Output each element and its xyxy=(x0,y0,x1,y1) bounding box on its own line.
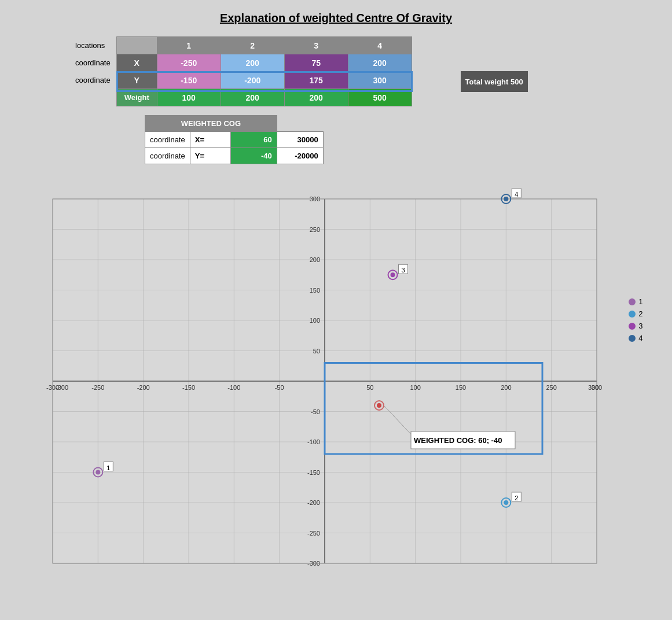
svg-text:WEIGHTED COG:  60; -40: WEIGHTED COG: 60; -40 xyxy=(414,436,502,445)
cog-x-axis: X= xyxy=(190,132,230,148)
w-val-2: 200 xyxy=(221,89,284,106)
legend-dot-3 xyxy=(629,323,636,330)
legend-label-1: 1 xyxy=(638,297,642,306)
legend-label-2: 2 xyxy=(638,309,642,318)
header-row: 1 2 3 4 xyxy=(116,37,412,54)
row-label-weight xyxy=(75,88,114,106)
cog-y-value: -40 xyxy=(230,148,277,164)
svg-point-56 xyxy=(96,470,100,475)
cog-coord-y-label: coordinate xyxy=(145,148,190,164)
chart-svg: -300-250-200-150-100-5050100150200250300… xyxy=(18,182,631,586)
svg-text:1: 1 xyxy=(107,464,110,471)
svg-text:200: 200 xyxy=(309,256,320,263)
svg-text:100: 100 xyxy=(309,317,320,324)
chart-section: -300-250-200-150-100-5050100150200250300… xyxy=(0,176,672,592)
cog-x-value: 60 xyxy=(230,132,277,148)
cog-header-row: WEIGHTED COG xyxy=(145,116,324,132)
svg-text:-200: -200 xyxy=(137,384,149,391)
y-val-4: 300 xyxy=(348,72,412,89)
cog-header: WEIGHTED COG xyxy=(145,116,277,132)
svg-text:3: 3 xyxy=(401,267,405,274)
weight-row: Weight 100 200 200 500 xyxy=(116,89,412,106)
header-col4: 4 xyxy=(348,37,412,54)
cog-x-product: 30000 xyxy=(277,132,323,148)
svg-text:-150: -150 xyxy=(307,469,320,476)
legend-item-4: 4 xyxy=(629,334,642,342)
svg-text:-100: -100 xyxy=(227,384,240,391)
cog-table: WEIGHTED COG coordinate X= 60 30000 coor… xyxy=(145,115,324,164)
svg-text:-50: -50 xyxy=(311,408,320,415)
chart-container: -300-250-200-150-100-5050100150200250300… xyxy=(18,182,655,586)
y-val-3: 175 xyxy=(284,72,348,89)
x-val-1: -250 xyxy=(157,54,221,72)
svg-text:100: 100 xyxy=(410,384,420,391)
svg-text:-50: -50 xyxy=(274,384,284,391)
svg-text:-250: -250 xyxy=(91,384,104,391)
w-val-4: 500 xyxy=(348,89,412,106)
svg-text:250: 250 xyxy=(546,384,556,391)
y-val-1: -150 xyxy=(157,72,221,89)
table-area: locations coordinate coordinate 1 2 3 4 xyxy=(75,36,655,106)
legend-label-4: 4 xyxy=(638,334,642,342)
cog-x-row: coordinate X= 60 30000 xyxy=(145,132,324,148)
page-title: Explanation of weighted Centre Of Gravit… xyxy=(17,12,655,25)
svg-text:250: 250 xyxy=(309,226,320,233)
legend-dot-2 xyxy=(629,311,636,318)
header-col2: 2 xyxy=(221,37,284,54)
legend: 1 2 3 4 xyxy=(629,297,642,342)
y-row: Y -150 -200 175 300 xyxy=(116,72,412,89)
svg-text:50: 50 xyxy=(313,348,320,355)
svg-text:200: 200 xyxy=(501,384,511,391)
svg-point-72 xyxy=(377,403,381,408)
svg-point-68 xyxy=(504,197,508,201)
y-val-2: -200 xyxy=(221,72,284,89)
total-weight-label: Total weight xyxy=(465,78,509,86)
svg-text:-300: -300 xyxy=(56,384,68,391)
total-weight-box: Total weight 500 xyxy=(461,71,528,92)
svg-point-60 xyxy=(504,500,508,505)
svg-text:50: 50 xyxy=(366,384,373,391)
cog-y-axis: Y= xyxy=(190,148,230,164)
svg-text:-100: -100 xyxy=(307,438,320,445)
legend-dot-4 xyxy=(629,335,636,342)
x-val-2: 200 xyxy=(221,54,284,72)
cog-table-area: WEIGHTED COG coordinate X= 60 30000 coor… xyxy=(145,115,655,164)
total-weight-value: 500 xyxy=(511,78,523,86)
x-val-4: 200 xyxy=(348,54,412,72)
header-empty xyxy=(116,37,157,54)
row-label-locations: locations xyxy=(75,36,114,54)
svg-text:150: 150 xyxy=(309,287,320,294)
header-col3: 3 xyxy=(284,37,348,54)
legend-item-1: 1 xyxy=(629,297,642,306)
table-wrapper: 1 2 3 4 X -250 200 75 200 Y xyxy=(116,36,412,106)
svg-text:2: 2 xyxy=(515,494,518,501)
y-row-label: Y xyxy=(116,72,157,89)
w-val-3: 200 xyxy=(284,89,348,106)
x-val-3: 75 xyxy=(284,54,348,72)
row-label-y: coordinate xyxy=(75,71,114,88)
x-row: X -250 200 75 200 xyxy=(116,54,412,72)
row-labels: locations coordinate coordinate xyxy=(75,36,114,106)
legend-item-3: 3 xyxy=(629,322,642,330)
cog-y-row: coordinate Y= -40 -20000 xyxy=(145,148,324,164)
legend-label-3: 3 xyxy=(638,322,642,330)
svg-text:150: 150 xyxy=(455,384,465,391)
svg-text:300: 300 xyxy=(588,384,598,391)
top-section: Explanation of weighted Centre Of Gravit… xyxy=(0,0,672,170)
svg-text:-250: -250 xyxy=(307,530,320,537)
weight-row-label: Weight xyxy=(116,89,157,106)
x-row-label: X xyxy=(116,54,157,72)
svg-text:-200: -200 xyxy=(307,499,320,506)
cog-coord-x-label: coordinate xyxy=(145,132,190,148)
svg-text:4: 4 xyxy=(515,191,518,198)
header-col1: 1 xyxy=(157,37,221,54)
legend-item-2: 2 xyxy=(629,309,642,318)
cog-y-product: -20000 xyxy=(277,148,323,164)
legend-dot-1 xyxy=(629,298,636,305)
svg-text:-150: -150 xyxy=(182,384,194,391)
row-label-x: coordinate xyxy=(75,54,114,71)
main-table: 1 2 3 4 X -250 200 75 200 Y xyxy=(116,36,412,106)
svg-point-64 xyxy=(390,272,395,277)
w-val-1: 100 xyxy=(157,89,221,106)
